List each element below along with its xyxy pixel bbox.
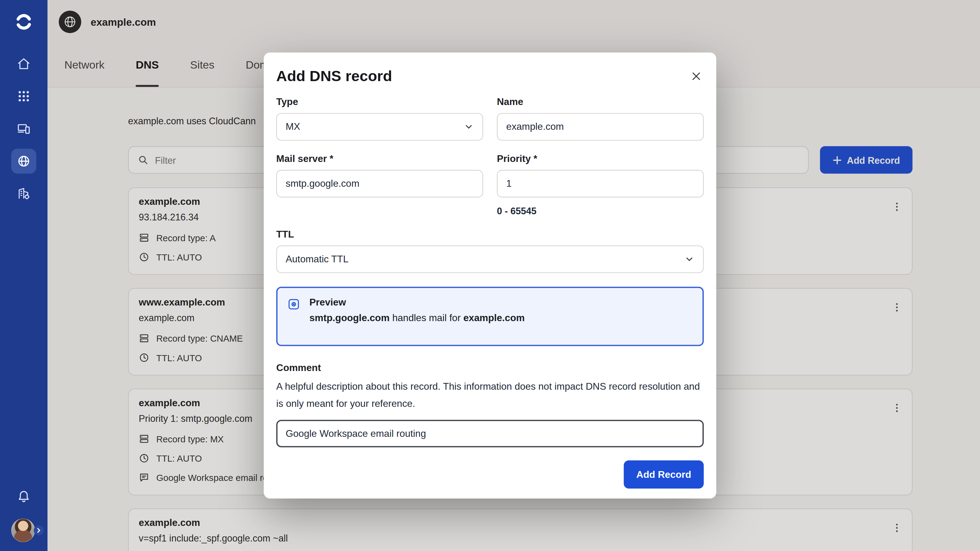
preview-eye-icon <box>288 298 300 336</box>
bell-icon <box>17 489 30 503</box>
comment-description: A helpful description about this record.… <box>276 378 704 412</box>
modal-title: Add DNS record <box>276 67 392 85</box>
type-name-row: Type MX Name <box>276 96 704 140</box>
sidebar-item-home[interactable] <box>11 51 37 76</box>
type-select[interactable]: MX <box>276 113 483 140</box>
comment-input[interactable] <box>276 420 704 447</box>
preview-domain: example.com <box>463 312 525 323</box>
app-root: example.com Network DNS Sites Domains ex… <box>0 0 980 551</box>
ttl-label: TTL <box>276 229 704 240</box>
sidebar-bottom <box>0 484 48 544</box>
chevron-down-icon <box>464 122 474 132</box>
type-label: Type <box>276 96 483 108</box>
sidebar-item-apps[interactable] <box>11 84 37 109</box>
submit-add-record-button[interactable]: Add Record <box>624 460 704 489</box>
ttl-block: TTL Automatic TTL <box>276 229 704 273</box>
modal-header: Add DNS record <box>276 67 704 85</box>
comment-label: Comment <box>276 362 704 374</box>
user-menu[interactable] <box>11 519 37 544</box>
close-button[interactable] <box>689 68 704 84</box>
home-icon <box>17 57 30 71</box>
modal-footer: Add Record <box>276 460 704 489</box>
brand-logo-icon <box>13 11 34 32</box>
priority-input[interactable] <box>497 170 704 197</box>
chevron-right-icon <box>36 528 41 533</box>
mailserver-priority-row: Mail server * Priority * 0 - 65545 <box>276 153 704 216</box>
preview-middle-text: handles mail for <box>390 312 463 323</box>
preview-body: Preview smtp.google.com handles mail for… <box>309 297 525 336</box>
chevron-down-icon <box>684 254 695 265</box>
ttl-select-value: Automatic TTL <box>286 254 348 265</box>
sidebar-item-account-settings[interactable] <box>11 181 37 206</box>
sidebar-nav <box>0 51 48 206</box>
devices-icon <box>17 122 30 136</box>
building-gear-icon <box>17 187 30 200</box>
comment-block: Comment A helpful description about this… <box>276 362 704 448</box>
mail-server-label: Mail server * <box>276 153 483 164</box>
priority-range-helper: 0 - 65545 <box>497 205 704 216</box>
mail-server-input[interactable] <box>276 170 483 197</box>
priority-label: Priority * <box>497 153 704 164</box>
globe-icon <box>17 154 30 168</box>
name-label: Name <box>497 96 704 108</box>
ttl-select[interactable]: Automatic TTL <box>276 246 704 273</box>
preview-mail-server: smtp.google.com <box>309 312 390 323</box>
add-dns-record-modal: Add DNS record Type MX Name Mail server … <box>264 52 716 499</box>
brand-logo[interactable] <box>0 0 48 44</box>
preview-sentence: smtp.google.com handles mail for example… <box>309 312 525 324</box>
avatar[interactable] <box>11 519 35 542</box>
preview-panel: Preview smtp.google.com handles mail for… <box>276 287 704 346</box>
sidebar <box>0 0 48 551</box>
sidebar-item-sites[interactable] <box>11 149 37 174</box>
sidebar-expand-button[interactable] <box>34 525 44 535</box>
type-select-value: MX <box>286 121 300 133</box>
apps-grid-icon <box>17 89 30 103</box>
name-input[interactable] <box>497 113 704 140</box>
preview-title: Preview <box>309 297 525 308</box>
sidebar-item-devices[interactable] <box>11 116 37 141</box>
close-icon <box>690 71 702 82</box>
notifications-button[interactable] <box>11 484 37 509</box>
